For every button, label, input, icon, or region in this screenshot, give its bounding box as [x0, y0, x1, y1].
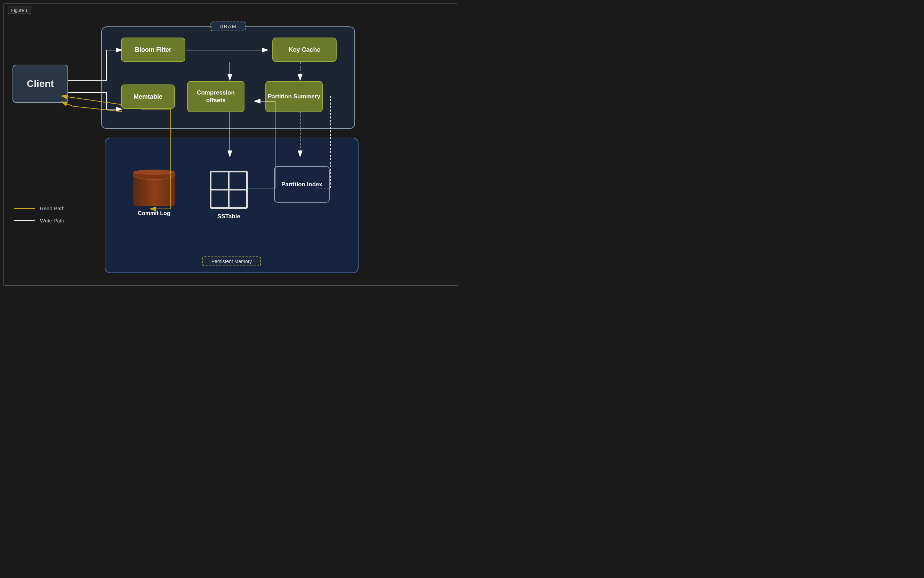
partition-index-label: Partition Index — [281, 180, 322, 189]
bloom-filter-label: Bloom Filter — [135, 46, 171, 54]
figure-container: Figure 1 Read Path Write Path DRAM Bloom… — [3, 3, 458, 286]
partition-summary-label: Partition Summery — [268, 93, 320, 101]
client-node: Client — [13, 65, 68, 103]
legend-read-path: Read Path — [14, 205, 65, 211]
write-path-label: Write Path — [40, 218, 64, 224]
bloom-filter-node: Bloom Filter — [121, 37, 185, 62]
sstable-cell-3 — [211, 190, 229, 208]
legend: Read Path Write Path — [14, 205, 65, 230]
persistent-memory-label: Persistent Memory — [202, 257, 261, 266]
partition-index-node: Partition Index — [274, 166, 330, 203]
sstable-cell-2 — [229, 172, 247, 190]
memtable-label: Memtable — [133, 93, 163, 101]
sstable-grid — [210, 170, 248, 209]
dram-container: DRAM Bloom Filter Key Cache Memtable Com… — [101, 26, 355, 129]
sstable-node: SSTable — [206, 156, 251, 220]
compression-offsets-label: Compression offsets — [188, 89, 244, 104]
commit-log-label: Commit Log — [138, 210, 170, 216]
commit-log-cylinder — [133, 164, 175, 206]
partition-summary-node: Partition Summery — [265, 81, 323, 112]
commit-log-node: Commit Log — [128, 161, 180, 216]
dram-label: DRAM — [210, 21, 246, 31]
read-path-label: Read Path — [40, 205, 65, 211]
figure-label: Figure 1 — [8, 6, 31, 14]
memtable-node: Memtable — [121, 84, 175, 109]
sstable-label: SSTable — [217, 213, 240, 220]
key-cache-label: Key Cache — [288, 46, 320, 54]
key-cache-node: Key Cache — [272, 37, 337, 62]
sstable-cell-1 — [211, 172, 229, 190]
legend-write-path: Write Path — [14, 218, 65, 224]
persistent-container: Persistent Memory Commit Log SSTable Par… — [105, 138, 358, 273]
write-path-line — [14, 220, 35, 221]
client-label: Client — [27, 78, 54, 89]
sstable-cell-4 — [229, 190, 247, 208]
read-path-line — [14, 208, 35, 209]
cylinder-top-highlight — [133, 170, 175, 175]
compression-offsets-node: Compression offsets — [187, 81, 244, 112]
